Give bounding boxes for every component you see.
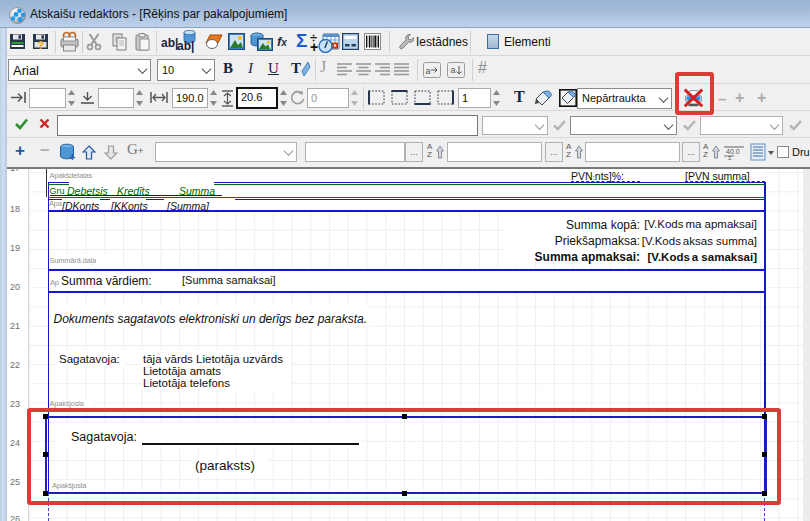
svg-text:+: +: [69, 151, 75, 162]
svg-text:Σ: Σ: [728, 155, 732, 161]
svg-text:ab|: ab|: [177, 39, 194, 53]
svg-text:a: a: [451, 65, 456, 75]
svg-text:?: ?: [37, 39, 44, 51]
svg-text:a: a: [426, 66, 431, 76]
